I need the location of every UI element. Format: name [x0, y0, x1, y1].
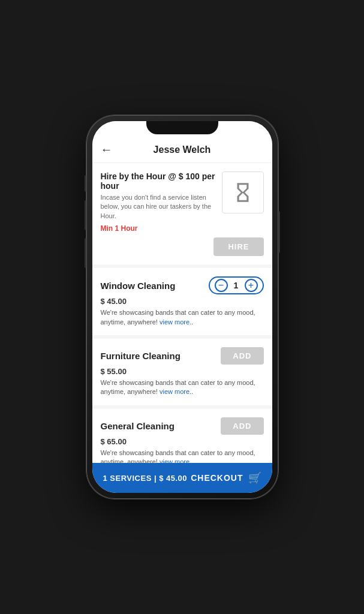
add-button[interactable]: ADD	[221, 417, 263, 435]
service-name: Furniture Cleaning	[101, 351, 181, 361]
add-button[interactable]: ADD	[221, 347, 263, 365]
hire-by-hour-card: Hire by the Hour @ $ 100 per hour Incase…	[92, 163, 272, 264]
service-name: Window Cleaning	[101, 281, 176, 291]
quantity-value: 1	[231, 281, 241, 290]
checkout-services-label: 1 SERVICES | $ 45.00	[103, 474, 188, 483]
service-description: We're showcasing bands that can cater to…	[101, 449, 264, 463]
checkout-button-label[interactable]: CHECKOUT	[191, 473, 243, 483]
header: ← Jesse Welch	[92, 137, 272, 163]
service-price: $ 45.00	[101, 297, 264, 306]
checkout-right[interactable]: CHECKOUT 🛒	[191, 471, 261, 484]
service-list: Window Cleaning − 1 + $ 45.00 We're show…	[92, 268, 272, 463]
page-title: Jesse Welch	[154, 145, 211, 155]
view-more-link[interactable]: view more..	[160, 318, 193, 326]
hire-description: Incase you don't find a service listen b…	[101, 193, 216, 221]
service-name: General Cleaning	[101, 421, 175, 431]
service-card: Furniture Cleaning ADD $ 55.00 We're sho…	[92, 339, 272, 405]
service-card: General Cleaning ADD $ 65.00 We're showc…	[92, 409, 272, 463]
checkout-bar[interactable]: 1 SERVICES | $ 45.00 CHECKOUT 🛒	[92, 463, 272, 493]
service-description: We're showcasing bands that can cater to…	[101, 378, 264, 397]
content-area: Hire by the Hour @ $ 100 per hour Incase…	[92, 163, 272, 463]
hire-title: Hire by the Hour @ $ 100 per hour	[101, 171, 216, 191]
view-more-link[interactable]: view more..	[160, 458, 193, 463]
hire-min-label: Min 1 Hour	[101, 224, 216, 233]
back-button[interactable]: ←	[101, 143, 113, 156]
quantity-counter: − 1 +	[209, 276, 264, 294]
service-price: $ 55.00	[101, 367, 264, 376]
decrement-button[interactable]: −	[215, 279, 228, 292]
service-description: We're showcasing bands that can cater to…	[101, 308, 264, 327]
phone-notch	[146, 121, 218, 134]
service-price: $ 65.00	[101, 437, 264, 446]
hire-button[interactable]: HIRE	[213, 237, 263, 256]
view-more-link[interactable]: view more..	[160, 388, 193, 395]
hourglass-icon	[231, 181, 254, 204]
increment-button[interactable]: +	[245, 279, 258, 292]
hourglass-icon-box	[222, 171, 264, 213]
cart-icon: 🛒	[248, 471, 261, 484]
service-card: Window Cleaning − 1 + $ 45.00 We're show…	[92, 268, 272, 335]
